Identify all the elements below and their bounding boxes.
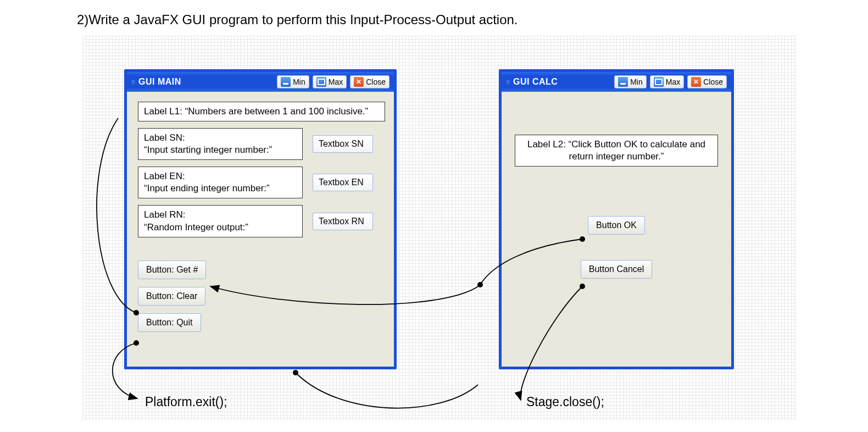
maximize-label: Max <box>666 77 680 86</box>
label-sn-line2: “Input starting integer number:” <box>144 145 272 155</box>
textbox-en[interactable]: Textbox EN <box>313 174 373 191</box>
maximize-button[interactable]: Max <box>313 75 347 88</box>
window-title-main: GUI MAIN <box>138 77 274 87</box>
close-label: Close <box>703 77 723 86</box>
window-gui-calc: ⠿ GUI CALC Min Max Close Label L2: “Clic… <box>499 69 734 369</box>
label-en: Label EN: “Input ending integer number:” <box>138 167 303 198</box>
window-body-main: Label L1: “Numbers are between 1 and 100… <box>127 92 394 367</box>
close-button[interactable]: Close <box>687 75 727 88</box>
button-cancel[interactable]: Button Cancel <box>581 260 653 279</box>
maximize-icon <box>654 77 664 87</box>
minimize-icon <box>281 77 291 87</box>
minimize-button[interactable]: Min <box>277 75 309 88</box>
maximize-label: Max <box>329 77 343 86</box>
titlebar-calc[interactable]: ⠿ GUI CALC Min Max Close <box>502 72 731 92</box>
minimize-label: Min <box>293 77 305 86</box>
textbox-sn[interactable]: Textbox SN <box>313 135 373 153</box>
minimize-button[interactable]: Min <box>614 75 647 88</box>
maximize-icon <box>316 77 326 87</box>
minimize-icon <box>618 77 628 87</box>
annotation-stage-close: Stage.close(); <box>526 395 604 409</box>
grip-icon: ⠿ <box>131 80 135 86</box>
button-get[interactable]: Button: Get # <box>138 261 206 279</box>
label-rn-line1: Label RN: <box>144 209 186 220</box>
button-ok[interactable]: Button OK <box>588 216 645 235</box>
window-title-calc: GUI CALC <box>513 77 611 87</box>
button-clear[interactable]: Button: Clear <box>138 287 205 306</box>
label-l2: Label L2: “Click Button OK to calculate … <box>515 135 718 167</box>
label-rn-line2: “Random Integer output:” <box>144 222 248 232</box>
label-en-line2: “Input ending integer number:” <box>144 183 270 193</box>
maximize-button[interactable]: Max <box>650 75 684 88</box>
minimize-label: Min <box>630 77 643 86</box>
titlebar-main[interactable]: ⠿ GUI MAIN Min Max Close <box>127 72 394 92</box>
window-gui-main: ⠿ GUI MAIN Min Max Close Label L1: “Numb… <box>124 69 397 369</box>
annotation-platform-exit: Platform.exit(); <box>145 395 227 409</box>
close-icon <box>354 77 364 87</box>
label-sn-line1: Label SN: <box>144 132 185 143</box>
label-rn: Label RN: “Random Integer output:” <box>138 205 303 237</box>
grip-icon: ⠿ <box>506 80 510 86</box>
button-quit[interactable]: Button: Quit <box>138 313 201 332</box>
close-button[interactable]: Close <box>350 75 390 88</box>
question-heading: 2)Write a JavaFX GUI program to perform … <box>77 12 518 27</box>
window-body-calc: Label L2: “Click Button OK to calculate … <box>502 92 731 367</box>
close-label: Close <box>366 77 386 86</box>
label-l1: Label L1: “Numbers are between 1 and 100… <box>138 102 385 121</box>
textbox-rn[interactable]: Textbox RN <box>313 213 373 230</box>
close-icon <box>691 77 701 87</box>
label-sn: Label SN: “Input starting integer number… <box>138 128 303 160</box>
label-en-line1: Label EN: <box>144 171 185 181</box>
